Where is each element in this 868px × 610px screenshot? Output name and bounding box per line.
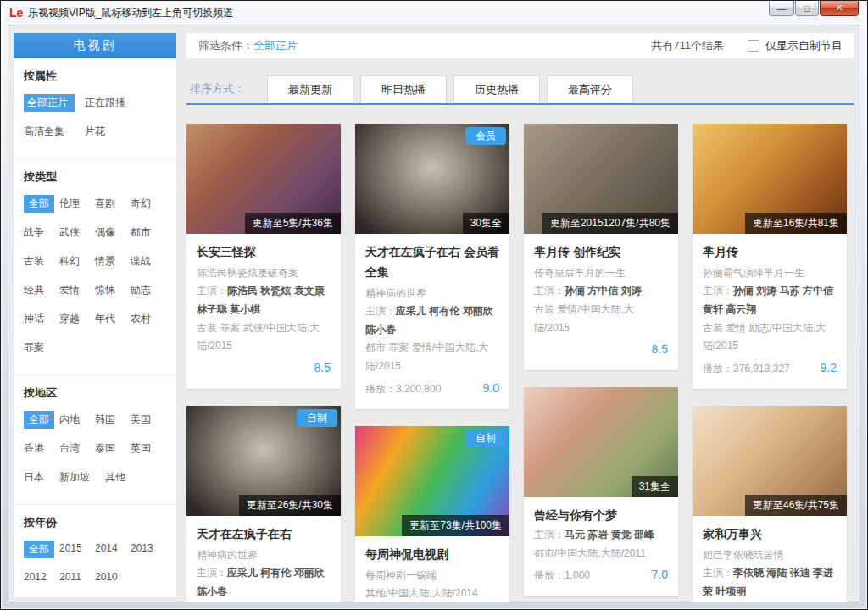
sidebar-item-all-feature[interactable]: 全部正片 <box>24 94 75 112</box>
card-description: 陈浩民秋瓷炫屡破奇案 <box>197 264 331 283</box>
window-title: 乐视视频VIP版_鼠标移动到左上角可切换频道 <box>28 6 233 20</box>
sidebar-item-type[interactable]: 伦理 <box>59 195 90 213</box>
sidebar-item-region[interactable]: 英国 <box>131 440 161 458</box>
card-cast: 主演：应采儿 柯有伦 邓丽欣 陈小春 <box>365 302 499 339</box>
sidebar-item-region[interactable]: 泰国 <box>95 440 125 458</box>
maximize-button[interactable]: □ <box>795 1 819 16</box>
video-card[interactable]: 更新至46集/共75集 家和万事兴 妲己李依晓玩苦情 主演：李依晓 海陆 张迪 … <box>693 406 847 602</box>
card-description: 妲己李依晓玩苦情 <box>703 546 837 565</box>
card-title[interactable]: 芈月传 <box>703 242 837 263</box>
card-cast: 主演：孙俪 刘涛 马苏 方中信 黄轩 高云翔 <box>703 282 837 319</box>
episode-badge: 更新至73集/共100集 <box>402 515 509 536</box>
sidebar-item-type[interactable]: 武侠 <box>59 224 90 241</box>
sidebar-item-region[interactable]: 香港 <box>24 440 54 458</box>
card-tags: 都市 罪案 爱情/中国大陆,大陆/2015 <box>365 339 499 375</box>
sidebar-item-hd-full[interactable]: 高清全集 <box>24 123 75 141</box>
sidebar-item-region[interactable]: 韩国 <box>95 411 125 429</box>
video-card[interactable]: 更新至20151207集/共80集 芈月传 创作纪实 传奇皇后芈月的一生 主演：… <box>524 124 678 370</box>
card-tags: 古装 罪案 武侠/中国大陆,大陆/2015 <box>197 319 331 356</box>
sidebar-item-type[interactable]: 励志 <box>131 281 161 299</box>
sidebar-item-type[interactable]: 经典 <box>24 281 54 299</box>
video-card[interactable]: 会员 30集全 天才在左疯子在右 会员看全集 精神病的世界 主演：应采儿 柯有伦… <box>355 124 509 409</box>
sidebar-item-year[interactable]: 2015 <box>59 541 90 558</box>
tab-yesterday-hot[interactable]: 昨日热播 <box>360 75 447 103</box>
sidebar-item-trailer[interactable]: 片花 <box>85 123 136 141</box>
card-cast: 主演：孙俪 方中信 刘涛 <box>534 282 668 301</box>
sidebar-item-region-all[interactable]: 全部 <box>24 411 54 429</box>
sidebar-item-year[interactable]: 2012 <box>24 569 54 585</box>
episode-badge: 更新至5集/共36集 <box>245 213 341 234</box>
sidebar-item-type[interactable]: 喜剧 <box>95 195 125 213</box>
card-title[interactable]: 天才在左疯子在右 会员看全集 <box>365 242 499 283</box>
sort-bar: 排序方式： 最新更新 昨日热播 历史热播 最高评分 <box>186 75 854 105</box>
sidebar-item-year[interactable]: 2013 <box>131 541 161 558</box>
video-card[interactable]: 更新至5集/共36集 长安三怪探 陈浩民秋瓷炫屡破奇案 主演：陈浩民 秋瓷炫 袁… <box>186 124 341 389</box>
sidebar-item-year[interactable]: 2014 <box>95 541 125 558</box>
card-thumbnail: 会员 30集全 <box>355 124 509 234</box>
card-title[interactable]: 每周神侃电视剧 <box>365 545 499 565</box>
card-title[interactable]: 曾经与你有个梦 <box>534 506 668 526</box>
sidebar-item-type[interactable]: 穿越 <box>59 310 90 328</box>
sidebar-item-type[interactable]: 奇幻 <box>131 195 161 213</box>
card-title[interactable]: 长安三怪探 <box>197 242 331 263</box>
sidebar-item-type[interactable]: 科幻 <box>59 252 90 270</box>
sidebar-item-type[interactable]: 年代 <box>95 310 125 328</box>
sidebar-item-type-all[interactable]: 全部 <box>24 195 54 213</box>
sidebar-item-type[interactable]: 谍战 <box>131 252 161 270</box>
rating-value: 7.0 <box>652 564 668 585</box>
filter-value-link[interactable]: 全部正片 <box>253 38 298 53</box>
grid-column: 更新至16集/共81集 芈月传 孙俪霸气演绎芈月一生 主演：孙俪 刘涛 马苏 方… <box>693 124 847 602</box>
self-produced-checkbox[interactable] <box>748 40 760 52</box>
sidebar-item-year[interactable]: 00年代 <box>24 596 64 597</box>
sidebar-item-type[interactable]: 情景 <box>95 252 125 270</box>
sidebar-item-type[interactable]: 古装 <box>24 252 54 270</box>
card-cast: 主演：李依晓 海陆 张迪 李进荣 叶项明 <box>703 564 837 601</box>
sidebar-item-type[interactable]: 爱情 <box>59 281 90 299</box>
sidebar-item-year[interactable]: 更早 <box>115 596 146 597</box>
play-count-label: 播放： <box>365 380 396 399</box>
card-thumbnail: 更新至46集/共75集 <box>693 406 847 516</box>
sidebar-item-region[interactable]: 美国 <box>131 411 161 429</box>
sidebar-item-region[interactable]: 日本 <box>24 469 54 486</box>
grid-column: 会员 30集全 天才在左疯子在右 会员看全集 精神病的世界 主演：应采儿 柯有伦… <box>355 124 509 602</box>
filter-label: 筛选条件： <box>198 38 253 53</box>
sidebar-item-year[interactable]: 2010 <box>95 569 125 585</box>
card-title[interactable]: 家和万事兴 <box>703 524 837 545</box>
card-meta: 播放： 1,000 7.0 <box>534 564 668 585</box>
sidebar-item-region[interactable]: 其他 <box>105 469 136 486</box>
sidebar-item-type[interactable]: 战争 <box>24 224 54 241</box>
video-card[interactable]: 自制 更新至73集/共100集 每周神侃电视剧 每周神剧一锅端 其他/中国大陆,… <box>355 426 509 602</box>
sidebar-item-type[interactable]: 农村 <box>131 310 161 328</box>
card-title[interactable]: 芈月传 创作纪实 <box>534 242 668 263</box>
sidebar-item-year[interactable]: 2011 <box>59 569 90 585</box>
self-produced-label[interactable]: 仅显示自制节目 <box>765 38 843 53</box>
sidebar-item-type[interactable]: 偶像 <box>95 224 125 241</box>
sidebar-item-year-all[interactable]: 全部 <box>24 541 54 558</box>
card-thumbnail: 31集全 <box>524 387 678 497</box>
video-card[interactable]: 更新至16集/共81集 芈月传 孙俪霸气演绎芈月一生 主演：孙俪 刘涛 马苏 方… <box>693 124 847 389</box>
sidebar-item-year[interactable]: 90年代 <box>70 596 110 597</box>
self-produced-badge: 自制 <box>297 409 337 427</box>
video-card[interactable]: 31集全 曾经与你有个梦 主演：马元 苏岩 黄觉 邵峰 都市/中国大陆,大陆/2… <box>524 387 678 596</box>
sidebar-item-region[interactable]: 台湾 <box>59 440 90 458</box>
channel-header[interactable]: 电视剧 <box>14 33 176 58</box>
tab-history-hot[interactable]: 历史热播 <box>453 75 540 103</box>
sidebar-item-airing[interactable]: 正在跟播 <box>85 94 136 112</box>
card-title[interactable]: 天才在左疯子在右 <box>197 524 331 545</box>
title-bar[interactable]: Le 乐视视频VIP版_鼠标移动到左上角可切换频道 — □ ✕ <box>1 1 867 25</box>
sidebar-item-region[interactable]: 内地 <box>59 411 90 429</box>
card-description: 传奇皇后芈月的一生 <box>534 264 668 283</box>
minimize-button[interactable]: — <box>769 1 794 16</box>
sidebar-item-region[interactable]: 新加坡 <box>59 469 100 486</box>
tab-top-rated[interactable]: 最高评分 <box>547 75 633 103</box>
section-title: 按年份 <box>24 515 166 530</box>
close-button[interactable]: ✕ <box>820 1 859 16</box>
video-card[interactable]: 自制 更新至26集/共30集 天才在左疯子在右 精神病的世界 主演：应采儿 柯有… <box>186 406 341 602</box>
rating-value: 8.5 <box>652 339 668 360</box>
sidebar-item-type[interactable]: 惊悚 <box>95 281 125 299</box>
tab-latest-update[interactable]: 最新更新 <box>267 75 353 103</box>
sidebar-item-type[interactable]: 都市 <box>131 224 161 241</box>
sidebar-item-type[interactable]: 神话 <box>24 310 54 328</box>
sidebar-item-type[interactable]: 罪案 <box>24 339 54 357</box>
self-produced-badge: 自制 <box>465 430 506 447</box>
